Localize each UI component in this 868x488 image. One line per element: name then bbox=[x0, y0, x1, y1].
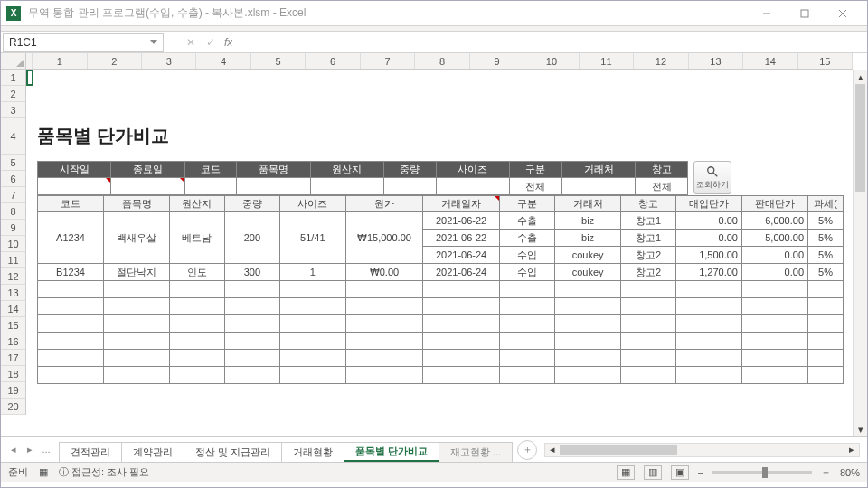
data-cell[interactable] bbox=[170, 298, 225, 315]
col-header[interactable]: 6 bbox=[306, 53, 360, 69]
data-cell[interactable]: 인도 bbox=[170, 264, 225, 281]
data-cell[interactable]: 2021-06-24 bbox=[423, 264, 500, 281]
scroll-thumb[interactable] bbox=[855, 84, 865, 192]
data-cell[interactable]: 300 bbox=[224, 264, 279, 281]
data-header[interactable]: 거래처 bbox=[555, 196, 621, 212]
data-cell[interactable] bbox=[224, 367, 279, 384]
data-cell[interactable] bbox=[500, 281, 555, 298]
filter-cell[interactable] bbox=[237, 178, 310, 195]
data-cell[interactable] bbox=[423, 298, 500, 315]
row-header[interactable]: 20 bbox=[1, 399, 25, 415]
data-cell[interactable] bbox=[500, 350, 555, 367]
col-header[interactable]: 12 bbox=[634, 53, 688, 69]
table-row[interactable]: B1234절단낙지인도3001₩0.002021-06-24수입coukey창고… bbox=[38, 264, 844, 281]
data-cell[interactable] bbox=[621, 298, 676, 315]
col-header[interactable] bbox=[26, 53, 33, 69]
fx-icon[interactable]: fx bbox=[224, 36, 232, 49]
search-button[interactable]: 조회하기 bbox=[693, 161, 731, 194]
data-cell[interactable] bbox=[279, 315, 345, 333]
filter-cell[interactable] bbox=[310, 178, 383, 195]
data-cell[interactable] bbox=[555, 350, 621, 367]
data-cell[interactable] bbox=[170, 281, 225, 298]
row-header[interactable]: 9 bbox=[1, 220, 25, 236]
sheet-canvas[interactable]: 품목별 단가비교 시작일종료일코드품목명원산지중량사이즈구분거래처창고 전체전체… bbox=[26, 70, 853, 436]
col-header[interactable]: 11 bbox=[580, 53, 634, 69]
data-cell[interactable]: 수입 bbox=[500, 264, 555, 281]
table-row[interactable] bbox=[38, 281, 844, 298]
data-cell[interactable] bbox=[224, 315, 279, 333]
data-cell[interactable]: 창고2 bbox=[621, 247, 676, 264]
col-header[interactable]: 5 bbox=[251, 53, 306, 69]
column-headers[interactable]: 123456789101112131415 bbox=[26, 53, 853, 70]
data-cell[interactable]: 수출 bbox=[500, 212, 555, 230]
data-cell[interactable] bbox=[742, 298, 808, 315]
data-cell[interactable] bbox=[742, 281, 808, 298]
row-headers[interactable]: 1234567891011121314151617181920 bbox=[1, 70, 26, 415]
table-row[interactable] bbox=[38, 315, 844, 333]
macro-icon[interactable]: ▦ bbox=[39, 466, 48, 478]
data-cell[interactable] bbox=[675, 281, 741, 298]
col-header[interactable]: 13 bbox=[689, 53, 743, 69]
data-cell[interactable] bbox=[555, 281, 621, 298]
row-header[interactable]: 12 bbox=[1, 268, 25, 285]
confirm-formula-button[interactable]: ✓ bbox=[201, 36, 221, 49]
data-cell[interactable]: coukey bbox=[555, 247, 621, 264]
active-cell[interactable] bbox=[26, 70, 33, 86]
data-cell[interactable] bbox=[423, 281, 500, 298]
data-header[interactable]: 원산지 bbox=[170, 196, 225, 212]
data-cell[interactable] bbox=[675, 367, 741, 384]
chevron-down-icon[interactable] bbox=[150, 40, 157, 44]
row-header[interactable]: 19 bbox=[1, 382, 25, 399]
data-cell[interactable] bbox=[170, 333, 225, 350]
select-all-corner[interactable] bbox=[1, 53, 26, 70]
data-cell[interactable] bbox=[555, 315, 621, 333]
zoom-slider[interactable] bbox=[712, 471, 812, 474]
zoom-in-button[interactable]: ＋ bbox=[821, 465, 831, 479]
data-cell[interactable] bbox=[555, 298, 621, 315]
data-cell[interactable] bbox=[621, 350, 676, 367]
data-cell[interactable] bbox=[675, 298, 741, 315]
data-cell[interactable] bbox=[621, 367, 676, 384]
data-cell[interactable] bbox=[555, 367, 621, 384]
table-row[interactable]: A1234백새우살베트남20051/41₩15,000.002021-06-22… bbox=[38, 212, 844, 230]
data-cell[interactable]: 5% bbox=[808, 212, 844, 230]
row-header[interactable]: 17 bbox=[1, 350, 25, 366]
data-cell[interactable] bbox=[742, 367, 808, 384]
col-header[interactable]: 9 bbox=[470, 53, 524, 69]
hscroll-thumb[interactable] bbox=[560, 445, 677, 455]
row-header[interactable]: 1 bbox=[1, 70, 25, 86]
data-cell[interactable] bbox=[224, 298, 279, 315]
filter-cell[interactable] bbox=[384, 178, 437, 195]
data-cell[interactable] bbox=[500, 367, 555, 384]
filter-cell[interactable] bbox=[184, 178, 237, 195]
data-cell[interactable] bbox=[345, 315, 422, 333]
data-cell[interactable] bbox=[279, 281, 345, 298]
name-box[interactable]: R1C1 bbox=[3, 33, 164, 52]
data-cell[interactable]: 창고1 bbox=[621, 230, 676, 247]
data-cell[interactable] bbox=[224, 281, 279, 298]
data-cell[interactable] bbox=[742, 315, 808, 333]
data-cell[interactable] bbox=[345, 367, 422, 384]
page-break-button[interactable]: ▣ bbox=[671, 465, 689, 480]
data-cell[interactable] bbox=[500, 298, 555, 315]
row-header[interactable]: 13 bbox=[1, 285, 25, 301]
scroll-left-button[interactable]: ◂ bbox=[545, 444, 560, 456]
data-header[interactable]: 판매단가 bbox=[742, 196, 808, 212]
normal-view-button[interactable]: ▦ bbox=[617, 465, 635, 480]
table-row[interactable] bbox=[38, 298, 844, 315]
row-header[interactable]: 6 bbox=[1, 171, 25, 187]
data-cell[interactable] bbox=[423, 350, 500, 367]
data-cell[interactable]: 5% bbox=[808, 230, 844, 247]
data-cell[interactable]: 2021-06-22 bbox=[423, 230, 500, 247]
data-cell[interactable] bbox=[621, 333, 676, 350]
data-cell[interactable]: 베트남 bbox=[170, 212, 225, 264]
add-sheet-button[interactable]: ＋ bbox=[517, 440, 537, 460]
data-cell[interactable]: 0.00 bbox=[675, 230, 741, 247]
sheet-tab[interactable]: 품목별 단가비교 bbox=[344, 442, 439, 462]
data-cell[interactable] bbox=[104, 281, 170, 298]
data-cell[interactable] bbox=[621, 315, 676, 333]
data-cell[interactable] bbox=[224, 333, 279, 350]
data-cell[interactable] bbox=[38, 350, 104, 367]
data-cell[interactable] bbox=[808, 350, 844, 367]
formula-input[interactable] bbox=[232, 33, 867, 52]
